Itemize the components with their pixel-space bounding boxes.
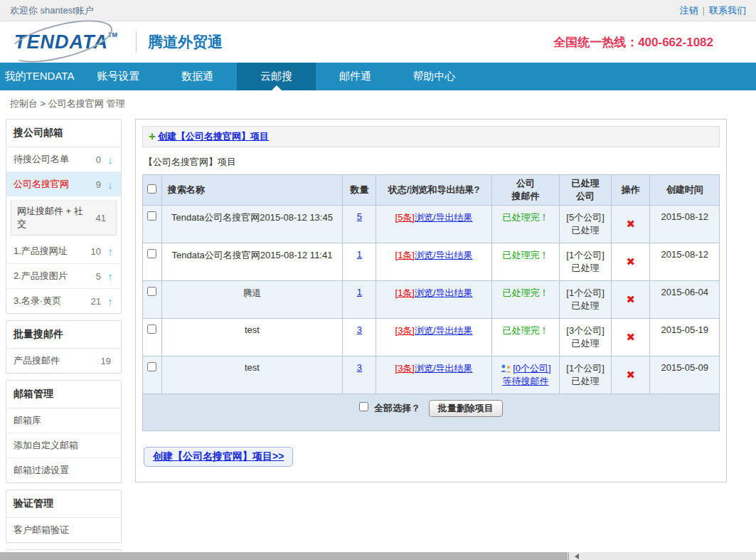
count-link[interactable]: 5 [357,211,362,222]
header-line: 搜邮件 [495,190,556,203]
project-name: Tendata公司名搜官网2015-08-12 11:41 [161,243,343,281]
nav-tab-mail-service[interactable]: 邮件通 [316,63,395,90]
email-status: 已处理完！ [502,250,548,260]
sidebar-item-url-search-social[interactable]: 网址搜邮件 + 社交 41 [11,200,117,236]
created-date: 2015-06-04 [650,281,720,319]
sidebar-item-product-email-search[interactable]: 产品搜邮件 19 [6,349,121,373]
row-checkbox[interactable] [147,324,156,334]
header-line: 已处理 [563,177,608,190]
header-status: 状态/浏览和导出结果? [376,175,491,206]
nav-tab-my-tendata[interactable]: 我的TENDATA [0,63,79,90]
topbar-divider: | [703,5,705,16]
nav-tab-label: 邮件通 [339,70,371,83]
delete-x-icon[interactable]: ✖ [626,255,635,268]
header-line: 公司 [563,190,608,203]
horizontal-scrollbar [0,551,756,560]
sidebar-item-customer-email-verification[interactable]: 客户邮箱验证 [6,518,121,542]
browse-export-link[interactable]: 浏览/导出结果 [415,363,473,374]
sidebar-item-label: 3.名录·黄页 [14,295,61,307]
create-project-bar: + 创建【公司名搜官网】项目 [142,126,720,147]
nav-tab-label: 账号设置 [97,70,140,83]
browse-export-link[interactable]: 浏览/导出结果 [415,250,473,260]
count-link[interactable]: 1 [357,287,362,297]
scrollbar-thumb[interactable] [0,552,568,560]
sidebar-item-add-custom-mailbox[interactable]: 添加自定义邮箱 [6,433,121,458]
select-all-checkbox[interactable] [359,402,368,411]
header-action: 操作 [612,175,650,206]
table-row: test 3 [3条]浏览/导出结果 已处理完！ [3个公司]已处理 ✖ 201… [143,319,720,356]
welcome-text: 欢迎你 shantest账户 [10,4,94,17]
delete-x-icon[interactable]: ✖ [626,331,635,343]
delete-x-icon[interactable]: ✖ [626,218,635,230]
status-badge: [5条] [395,212,415,223]
sidebar-section-batch-email-search: 批量搜邮件 产品搜邮件 19 [6,320,122,374]
sidebar-item-pending-company-list[interactable]: 待搜公司名单 0 ↓ [6,147,121,171]
sidebar-item-count: 5 [96,271,105,282]
sidebar-item-directory-yellow-pages[interactable]: 3.名录·黄页 21 ↑ [6,288,121,313]
row-checkbox[interactable] [147,287,156,296]
header-count: 数量 [343,175,376,206]
header-line: 公司 [495,177,556,190]
waiting-search-email-link[interactable]: 等待搜邮件 [502,376,548,386]
sidebar-item-product-search-image[interactable]: 2.产品搜图片 5 ↑ [6,263,121,288]
count-link[interactable]: 3 [357,362,362,373]
active-tab-notch [272,85,282,90]
created-date: 2015-08-12 [650,206,720,243]
email-status: 已处理完！ [502,212,548,223]
sidebar-section-title: 批量搜邮件 [6,321,121,349]
project-name: test [161,356,343,394]
zero-company-link[interactable]: [0个公司] [513,363,550,374]
browse-export-link[interactable]: 浏览/导出结果 [415,212,473,223]
processed-label: 已处理 [563,224,607,237]
processed-label: 已处理 [563,337,607,350]
nav-tab-label: 帮助中心 [413,70,456,83]
browse-export-link[interactable]: 浏览/导出结果 [415,325,473,336]
count-link[interactable]: 3 [357,324,362,335]
row-checkbox[interactable] [147,362,156,371]
create-project-link[interactable]: 创建【公司名搜官网】项目 [158,130,269,143]
logout-link[interactable]: 注销 [680,5,698,16]
scrollbar-left-arrow-icon[interactable] [575,554,579,559]
processed-count: [1个公司] [563,287,607,300]
create-project-button[interactable]: 创建【公司名搜官网】项目>> [144,447,293,467]
created-date: 2015-05-19 [650,319,720,356]
select-all-header-checkbox[interactable] [147,184,156,194]
sidebar-item-product-search-url[interactable]: 1.产品搜网址 10 ↑ [6,239,121,263]
sidebar-item-label: 产品搜邮件 [14,354,60,367]
batch-delete-button[interactable]: 批量删除项目 [429,400,503,417]
sidebar-item-label: 邮箱库 [14,414,41,427]
delete-x-icon[interactable]: ✖ [626,369,635,381]
project-name: 腾道 [161,281,343,319]
project-name: Tendata公司名搜官网2015-08-12 13:45 [161,206,343,243]
processed-label: 已处理 [563,262,607,275]
projects-table: 搜索名称 数量 状态/浏览和导出结果? 公司搜邮件 已处理公司 操作 创建时间 … [142,174,720,431]
nav-tab-help-center[interactable]: 帮助中心 [395,63,474,90]
sidebar-item-count: 10 [91,246,105,257]
count-link[interactable]: 1 [357,249,362,260]
nav-tab-label: 我的TENDATA [5,70,75,83]
sidebar: 搜公司邮箱 待搜公司名单 0 ↓ 公司名搜官网 9 ↓ 网址搜邮件 + 社交 4… [6,119,122,560]
contact-us-link[interactable]: 联系我们 [709,5,746,16]
browse-export-link[interactable]: 浏览/导出结果 [415,287,473,298]
sidebar-item-count: 0 [96,154,105,165]
delete-x-icon[interactable]: ✖ [626,293,635,305]
table-header-row: 搜索名称 数量 状态/浏览和导出结果? 公司搜邮件 已处理公司 操作 创建时间 [143,175,720,206]
nav-tab-account-settings[interactable]: 账号设置 [79,63,158,90]
sidebar-item-mailbox-filter-settings[interactable]: 邮箱过滤设置 [6,458,121,482]
sidebar-section-title: 邮箱管理 [6,381,121,408]
nav-tab-data-service[interactable]: 数据通 [158,63,237,90]
scrollbar-divider [568,552,569,560]
row-checkbox[interactable] [147,211,156,221]
created-date: 2015-08-12 [650,243,720,281]
nav-tab-cloud-mail-search[interactable]: 云邮搜 [237,63,316,90]
status-badge: [1条] [395,250,415,260]
header-created: 创建时间 [650,175,720,206]
row-checkbox[interactable] [147,249,156,258]
sidebar-item-label: 邮箱过滤设置 [14,464,69,477]
create-button-wrap: 创建【公司名搜官网】项目>> [144,447,720,467]
email-status: 已处理完！ [502,287,548,298]
topbar-links: 注销|联系我们 [680,4,746,17]
sidebar-item-mailbox-library[interactable]: 邮箱库 [6,408,121,433]
arrow-down-icon: ↓ [105,154,115,166]
sidebar-item-company-name-search[interactable]: 公司名搜官网 9 ↓ [6,171,121,196]
